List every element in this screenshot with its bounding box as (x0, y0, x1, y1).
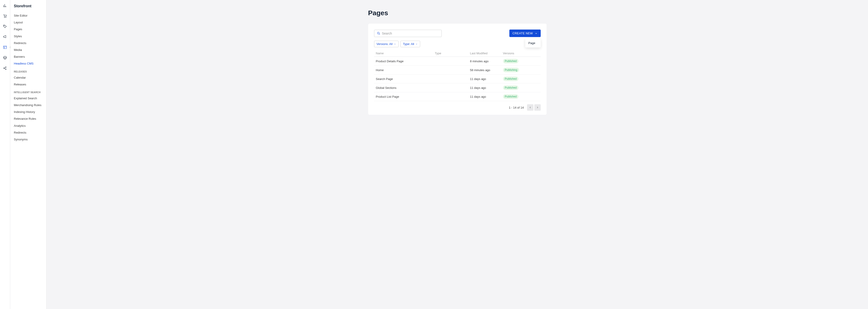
pager: 1 - 14 of 14 (374, 104, 541, 111)
create-dropdown: Page (525, 39, 541, 48)
rail-box-icon[interactable] (2, 55, 8, 60)
col-versions: Versions (503, 52, 539, 55)
col-type: Type (435, 52, 470, 55)
chevron-left-icon (529, 106, 532, 109)
cell-modified: 8 minutes ago (470, 59, 503, 63)
svg-point-4 (4, 68, 4, 68)
svg-point-6 (5, 69, 6, 69)
sidebar-item-explained-search[interactable]: Explained Search (10, 95, 46, 102)
filter-versions-label: Versions: All (377, 42, 393, 46)
cell-modified: 11 days ago (470, 86, 503, 89)
main-area: Pages CREATE NEW Page (46, 0, 868, 309)
pages-table: Name Type Last Modified Versions Product… (374, 50, 541, 101)
sidebar-item-site-editor[interactable]: Site Editor (10, 12, 46, 19)
sidebar-item-merchandising-rules[interactable]: Merchandising Rules (10, 102, 46, 109)
version-badge: Published (503, 77, 519, 81)
svg-rect-3 (3, 46, 7, 49)
sidebar-item-analytics[interactable]: Analytics (10, 122, 46, 129)
sidebar-panel: Storefront Site Editor Layout Pages Styl… (10, 0, 46, 309)
pager-text: 1 - 14 of 14 (509, 106, 524, 109)
pager-prev-button[interactable] (527, 104, 533, 111)
dropdown-item-page[interactable]: Page (525, 39, 541, 47)
sidebar-title: Storefront (10, 3, 46, 12)
svg-point-1 (6, 17, 6, 18)
sidebar-item-redirects[interactable]: Redirects (10, 40, 46, 47)
table-row[interactable]: Search Page 11 days ago Published (374, 75, 541, 83)
rail-share-icon[interactable] (2, 65, 8, 71)
cell-name: Home (376, 68, 435, 72)
version-badge: Published (503, 94, 519, 99)
search-wrap (374, 30, 442, 37)
rail-cart-icon[interactable] (2, 13, 8, 19)
filter-versions-button[interactable]: Versions: All (374, 41, 399, 47)
chevron-down-icon (394, 43, 396, 45)
rail-tag-icon[interactable] (2, 24, 8, 29)
rail-analytics-icon[interactable] (2, 3, 8, 8)
chevron-right-icon (536, 106, 539, 109)
sidebar-item-synonyms[interactable]: Synonyms (10, 136, 46, 143)
svg-point-5 (5, 67, 6, 67)
svg-point-0 (4, 17, 5, 18)
filter-type-button[interactable]: Type: All (400, 41, 420, 47)
table-header: Name Type Last Modified Versions (374, 50, 541, 57)
col-name: Name (376, 52, 435, 55)
icon-rail (0, 0, 10, 309)
pager-next-button[interactable] (534, 104, 541, 111)
cell-modified: 11 days ago (470, 95, 503, 99)
table-row[interactable]: Global Sections 11 days ago Published (374, 83, 541, 92)
cell-name: Product List Page (376, 95, 435, 99)
sidebar-item-relevance-rules[interactable]: Relevance Rules (10, 115, 46, 122)
search-icon (377, 32, 380, 35)
create-new-button[interactable]: CREATE NEW (509, 30, 541, 37)
col-modified: Last Modified (470, 52, 503, 55)
rail-layout-icon[interactable] (2, 45, 8, 50)
chevron-down-icon (535, 32, 537, 35)
rail-megaphone-icon[interactable] (2, 34, 8, 39)
sidebar-item-releases[interactable]: Releases (10, 81, 46, 88)
page-title: Pages (368, 9, 547, 17)
cell-name: Product Details Page (376, 59, 435, 63)
sidebar-item-layout[interactable]: Layout (10, 19, 46, 26)
sidebar-item-banners[interactable]: Banners (10, 53, 46, 60)
cell-modified: 58 minutes ago (470, 68, 503, 72)
filter-type-label: Type: All (403, 42, 414, 46)
version-badge: Published (503, 85, 519, 90)
sidebar-item-headless-cms[interactable]: Headless CMS (10, 60, 46, 67)
table-row[interactable]: Home 58 minutes ago Publishing (374, 66, 541, 75)
sidebar-item-redirects-2[interactable]: Redirects (10, 129, 46, 136)
sidebar-item-styles[interactable]: Styles (10, 33, 46, 40)
sidebar-item-pages[interactable]: Pages (10, 26, 46, 33)
sidebar-section-releases: RELEASES (10, 67, 46, 74)
search-input[interactable] (374, 30, 442, 37)
sidebar-section-intelligent-search: INTELLIGENT SEARCH (10, 88, 46, 95)
content-card: CREATE NEW Page Versions: All Ty (368, 24, 547, 115)
sidebar-item-media[interactable]: Media (10, 47, 46, 53)
cell-name: Search Page (376, 77, 435, 81)
cell-name: Global Sections (376, 86, 435, 89)
table-row[interactable]: Product List Page 11 days ago Published (374, 92, 541, 101)
sidebar-item-calendar[interactable]: Calendar (10, 74, 46, 81)
svg-point-2 (4, 25, 4, 26)
svg-point-7 (377, 32, 379, 34)
version-badge: Published (503, 59, 519, 63)
sidebar-item-indexing-history[interactable]: Indexing History (10, 109, 46, 115)
version-badge: Publishing (503, 68, 519, 72)
table-row[interactable]: Product Details Page 8 minutes ago Publi… (374, 57, 541, 66)
cell-modified: 11 days ago (470, 77, 503, 81)
chevron-down-icon (415, 43, 417, 45)
create-new-label: CREATE NEW (513, 32, 533, 35)
